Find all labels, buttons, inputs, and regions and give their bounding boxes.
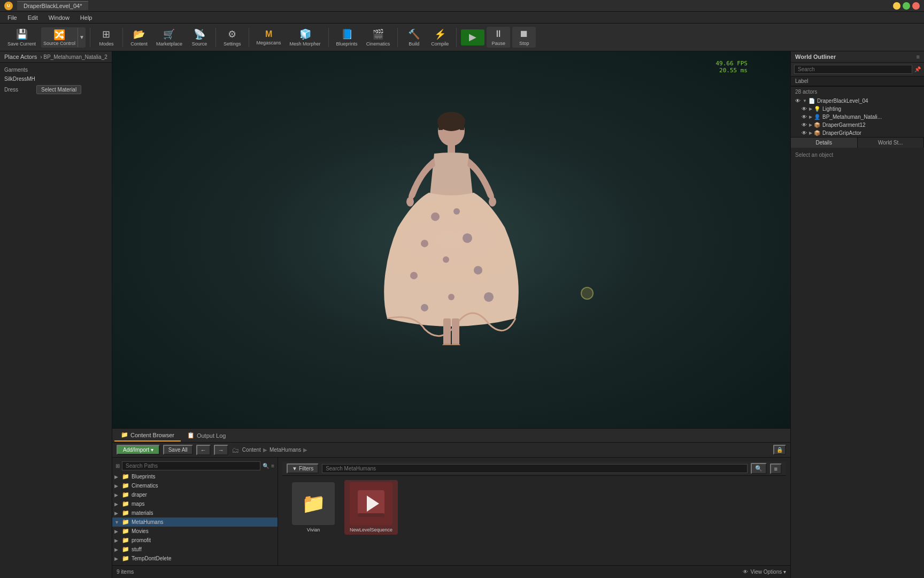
content-item-newlevelsequence[interactable]: NewLevelSequence [344,480,398,535]
breadcrumb-metahumans[interactable]: MetaHumans [270,447,301,453]
breadcrumb-content[interactable]: Content [242,447,261,453]
tree-item-maps[interactable]: ▶ 📁 maps [112,499,278,508]
vis-icon-lighting: 👁 [802,106,807,112]
mesh-morpher-button[interactable]: 🧊 Mesh Morpher [287,27,324,48]
source-button[interactable]: 📡 Source [188,27,211,48]
svg-point-10 [463,233,472,243]
breadcrumb-path: Content ▶ MetaHumans ▶ [242,447,308,453]
settings-button[interactable]: ⚙ Settings [220,27,244,48]
content-grid: 📁 Vivian [282,476,786,561]
source-control-icon: 🔀 [53,29,65,41]
outliner-item-level[interactable]: 👁 ▼ 📄 DraperBlackLevel_04 [791,97,924,105]
settings-label: Settings [224,41,241,47]
content-item-vivian[interactable]: 📁 Vivian [287,480,340,535]
menu-file[interactable]: File [2,13,22,22]
pause-button[interactable]: ⏸ Pause [487,27,510,48]
expand-icon: ▶ [114,501,122,507]
marketplace-label: Marketplace [156,41,182,47]
folder-icon: 📁 [122,482,129,489]
tree-item-materials[interactable]: ▶ 📁 materials [112,508,278,518]
tree-item-blueprints[interactable]: ▶ 📁 Blueprints [112,472,278,481]
viewport[interactable]: 49.66 FPS 20.55 ms [112,51,790,428]
expand-icon: ▼ [114,520,122,525]
main-area: 49.66 FPS 20.55 ms 📁 Content Browser 📋 O… [112,51,790,578]
content-button[interactable]: 📂 Content [127,27,151,48]
tree-item-movies[interactable]: ▶ 📁 Movies [112,527,278,536]
tree-item-promofit[interactable]: ▶ 📁 promofit [112,536,278,545]
modes-icon: ⊞ [102,28,110,40]
tree-item-tempdontdelete[interactable]: ▶ 📁 TempDontDelete [112,554,278,563]
source-icon: 📡 [194,28,205,40]
mesh-morpher-icon: 🧊 [299,28,311,40]
content-options-button[interactable]: ≡ [770,463,782,474]
expand-grip: ▶ [809,131,812,135]
outliner-item-grip[interactable]: 👁 ▶ 📦 DraperGripActor [791,129,924,137]
menubar: File Edit Window Help [0,12,924,24]
folder-icon: 📁 [122,537,129,544]
tab-content-browser[interactable]: 📁 Content Browser [114,429,181,442]
tree-label-blueprints: Blueprints [132,474,155,480]
outliner-item-lighting[interactable]: 👁 ▶ 💡 Lighting [791,105,924,113]
svg-point-5 [406,197,414,207]
active-tab[interactable]: DraperBlackLevel_04* [17,1,88,10]
filters-button[interactable]: ▼ Filters [287,463,319,474]
cinematics-button[interactable]: 🎬 Cinematics [363,27,394,48]
outliner-search-input[interactable] [794,65,912,74]
close-button[interactable] [912,2,920,10]
source-control-button[interactable]: 🔀 Source Control ▼ [41,27,86,48]
svg-point-19 [442,344,452,345]
stop-button[interactable]: ⏹ Stop [512,27,536,48]
tree-item-metahumans[interactable]: ▼ 📁 MetaHumans [112,518,278,527]
nav-forward-button[interactable]: → [214,445,228,455]
expand-icon: ▶ [114,556,122,561]
source-control-arrow[interactable]: ▼ [78,28,86,47]
menu-help[interactable]: Help [75,13,98,22]
blueprints-button[interactable]: 📘 Blueprints [333,27,361,48]
viewport-cursor [581,287,594,300]
select-material-button[interactable]: Select Material [36,85,81,94]
content-search-button[interactable]: 🔍 [751,463,767,474]
bp-icon: 👤 [814,114,820,120]
tab-world-settings[interactable]: World St... [858,138,925,148]
tree-item-draper[interactable]: ▶ 📁 draper [112,490,278,499]
save-all-button[interactable]: Save All [163,445,193,455]
tree-view-icon: ⊞ [116,463,120,469]
tab-output-log[interactable]: 📋 Output Log [181,430,232,441]
pause-icon: ⏸ [494,28,503,40]
folder-icon: 📁 [122,528,129,535]
maximize-button[interactable] [903,2,910,10]
tree-item-cinematics[interactable]: ▶ 📁 Cinematics [112,481,278,490]
outliner-item-garment[interactable]: 👁 ▶ 📦 DraperGarment12 [791,121,924,129]
compile-button[interactable]: ⚡ Compile [428,27,452,48]
left-panel-header: Place Actors › BP_Metahuman_Natalia_2 [0,51,112,63]
source-control-main[interactable]: 🔀 Source Control [41,27,78,48]
nav-back-button[interactable]: ← [196,445,211,455]
build-button[interactable]: 🔨 Build [402,27,426,48]
grip-label: DraperGripActor [822,130,861,136]
lock-button[interactable]: 🔒 [773,445,786,455]
silkdress-label: SilkDressMH [4,76,35,82]
svg-point-13 [410,272,418,279]
outliner-item-bp-metahuman[interactable]: 👁 ▶ 👤 BP_Metahuman_Natali... [791,113,924,121]
world-settings-label: World St... [878,140,903,146]
modes-button[interactable]: ⊞ Modes [95,27,118,48]
outliner-label-row: Label [791,77,924,86]
tree-item-stuff[interactable]: ▶ 📁 stuff [112,545,278,554]
search-paths-input[interactable] [122,461,260,470]
menu-edit[interactable]: Edit [22,13,43,22]
outliner-details: Select an object [791,148,924,578]
marketplace-button[interactable]: 🛒 Marketplace [153,27,186,48]
add-import-button[interactable]: Add/Import ▾ [117,445,160,455]
vivian-icon: 📁 [302,492,326,515]
view-options-button[interactable]: 👁 View Options ▾ [743,569,786,575]
save-current-button[interactable]: 💾 Save Current [4,27,39,48]
tree-label-stuff: stuff [132,546,142,552]
megascans-button[interactable]: M Megascans [253,28,284,47]
path-separator-icon: 🗂 [232,446,239,454]
content-search-input[interactable] [322,464,747,473]
play-button[interactable]: ▶ [461,29,484,45]
tab-details[interactable]: Details [791,138,858,148]
menu-window[interactable]: Window [43,13,75,22]
minimize-button[interactable] [893,2,900,10]
tree-options-icon: ≡ [271,463,274,469]
